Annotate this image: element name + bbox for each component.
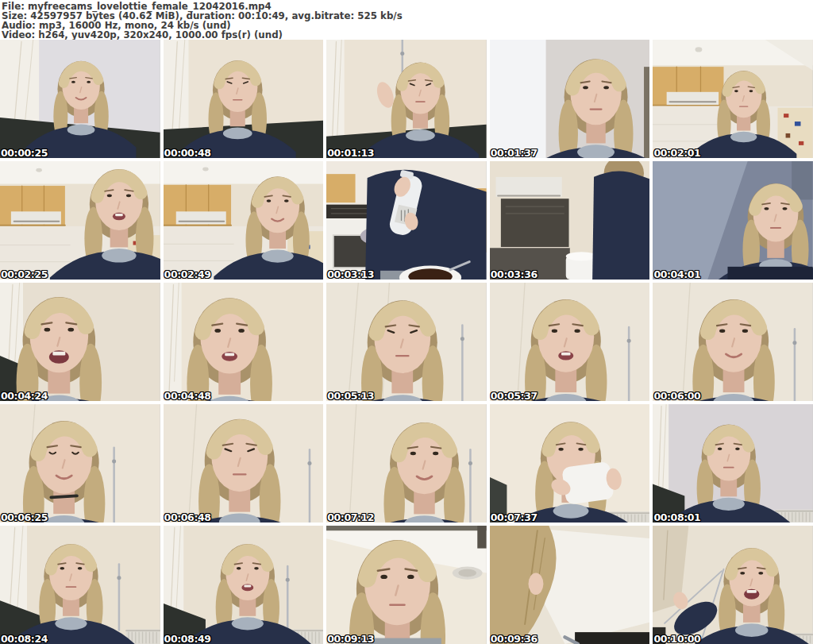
- timestamp-overlay: 00:06:25: [1, 512, 48, 523]
- video-thumbnail[interactable]: 00:04:48: [164, 283, 324, 401]
- video-thumbnail[interactable]: 00:09:36: [490, 526, 650, 644]
- thumbnail-image: [326, 404, 487, 523]
- video-thumbnail[interactable]: 00:01:37: [490, 40, 650, 158]
- video-thumbnail[interactable]: 00:02:25: [0, 161, 160, 280]
- video-thumbnail[interactable]: 00:08:49: [164, 526, 324, 644]
- timestamp-overlay: 00:02:25: [1, 269, 48, 280]
- timestamp-overlay: 00:00:25: [1, 148, 48, 158]
- timestamp-overlay: 00:00:48: [164, 148, 211, 158]
- timestamp-overlay: 00:07:37: [491, 512, 538, 523]
- video-thumbnail[interactable]: 00:08:24: [0, 526, 160, 644]
- thumbnail-image: [490, 161, 650, 280]
- thumbnail-image: [653, 404, 813, 523]
- video-thumbnail[interactable]: 00:06:48: [164, 404, 324, 523]
- video-thumbnail[interactable]: 00:08:01: [653, 404, 813, 523]
- timestamp-overlay: 00:08:24: [1, 634, 48, 644]
- video-thumbnail[interactable]: 00:00:48: [164, 40, 324, 158]
- thumbnail-image: [326, 526, 487, 644]
- thumbnail-image: [490, 404, 650, 523]
- timestamp-overlay: 00:07:12: [327, 512, 374, 523]
- video-thumbnail[interactable]: 00:03:36: [490, 161, 650, 280]
- timestamp-overlay: 00:04:48: [164, 391, 211, 401]
- timestamp-overlay: 00:04:01: [653, 269, 700, 280]
- timestamp-overlay: 00:04:24: [1, 391, 48, 401]
- thumbnail-image: [653, 161, 813, 280]
- timestamp-overlay: 00:09:36: [491, 634, 538, 644]
- timestamp-overlay: 00:01:13: [327, 148, 374, 158]
- video-thumbnail[interactable]: 00:02:49: [164, 161, 324, 280]
- timestamp-overlay: 00:01:37: [491, 148, 538, 158]
- file-info-header: File: myfreecams_lovelottie_female_12042…: [0, 0, 813, 40]
- thumbnail-image: [164, 161, 324, 280]
- thumbnail-image: [490, 283, 650, 401]
- timestamp-overlay: 00:05:37: [491, 391, 538, 401]
- video-thumbnail[interactable]: 00:06:00: [653, 283, 813, 401]
- timestamp-overlay: 00:10:00: [653, 634, 700, 644]
- thumbnail-image: [0, 161, 160, 280]
- thumbnail-image: [326, 283, 487, 401]
- video-thumbnail[interactable]: 00:07:12: [326, 404, 487, 523]
- video-thumbnail[interactable]: 00:10:00: [653, 526, 813, 644]
- video-thumbnail[interactable]: 00:03:13: [326, 161, 487, 280]
- video-thumbnail[interactable]: 00:09:13: [326, 526, 487, 644]
- timestamp-overlay: 00:06:00: [653, 391, 700, 401]
- timestamp-overlay: 00:02:49: [164, 269, 211, 280]
- thumbnail-image: [0, 404, 160, 523]
- timestamp-overlay: 00:02:01: [653, 148, 700, 158]
- thumbnail-image: [490, 526, 650, 644]
- video-thumbnail[interactable]: 00:07:37: [490, 404, 650, 523]
- video-thumbnail[interactable]: 00:04:24: [0, 283, 160, 401]
- thumbnail-image: [326, 40, 487, 158]
- file-info-line-video: Video: h264, yuv420p, 320x240, 1000.00 f…: [2, 30, 813, 40]
- thumbnail-grid: 00:00:25 00:00:48 00:01:13 00:01:37 00:0…: [0, 40, 813, 644]
- video-thumbnail[interactable]: 00:06:25: [0, 404, 160, 523]
- video-thumbnail[interactable]: 00:00:25: [0, 40, 160, 158]
- thumbnail-image: [0, 40, 160, 158]
- timestamp-overlay: 00:08:01: [653, 512, 700, 523]
- thumbnail-image: [164, 283, 324, 401]
- timestamp-overlay: 00:09:13: [327, 634, 374, 644]
- thumbnail-image: [164, 404, 324, 523]
- thumbnail-image: [0, 283, 160, 401]
- timestamp-overlay: 00:03:13: [327, 269, 374, 280]
- thumbnail-image: [653, 283, 813, 401]
- thumbnail-image: [0, 526, 160, 644]
- video-thumbnail[interactable]: 00:04:01: [653, 161, 813, 280]
- thumbnail-image: [653, 40, 813, 158]
- timestamp-overlay: 00:06:48: [164, 512, 211, 523]
- thumbnail-image: [164, 40, 324, 158]
- video-thumbnail[interactable]: 00:05:37: [490, 283, 650, 401]
- timestamp-overlay: 00:05:13: [327, 391, 374, 401]
- video-thumbnail[interactable]: 00:05:13: [326, 283, 487, 401]
- thumbnail-image: [490, 40, 650, 158]
- thumbnail-image: [326, 161, 487, 280]
- video-thumbnail[interactable]: 00:01:13: [326, 40, 487, 158]
- thumbnail-image: [653, 526, 813, 644]
- timestamp-overlay: 00:03:36: [491, 269, 538, 280]
- video-thumbnail[interactable]: 00:02:01: [653, 40, 813, 158]
- timestamp-overlay: 00:08:49: [164, 634, 211, 644]
- thumbnail-image: [164, 526, 324, 644]
